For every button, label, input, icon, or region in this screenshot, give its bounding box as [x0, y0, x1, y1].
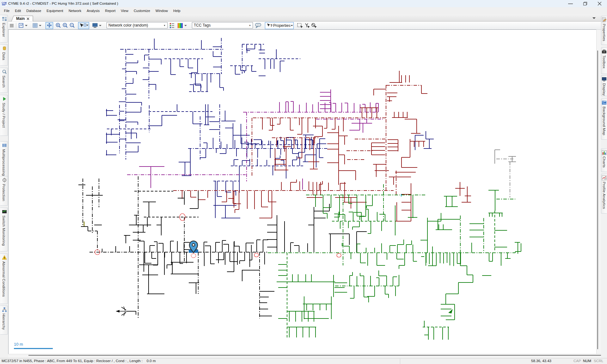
svg-text:?: ? — [270, 24, 273, 27]
svg-text:Properties: Properties — [273, 23, 291, 28]
svg-text:10 m: 10 m — [14, 342, 23, 347]
svg-text:Main: Main — [16, 16, 25, 21]
svg-text:CYME: CYME — [2, 2, 7, 4]
